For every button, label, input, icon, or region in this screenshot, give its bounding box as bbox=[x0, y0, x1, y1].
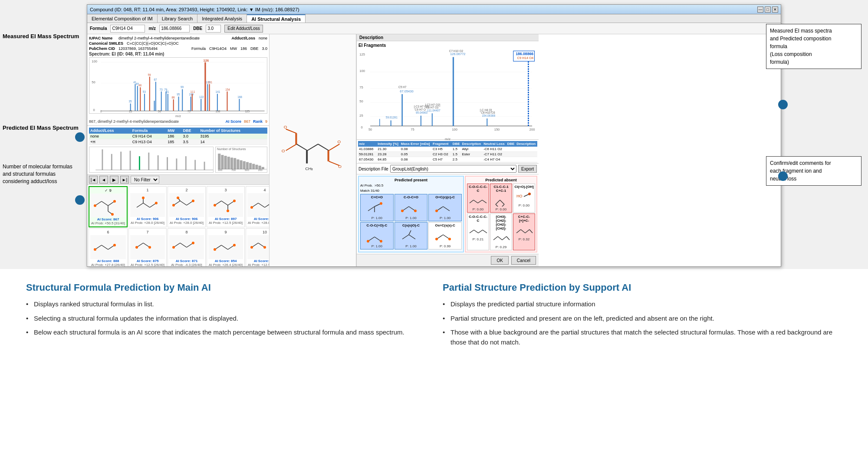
smiles-label: Canonical SMILES bbox=[89, 41, 123, 46]
partial-absent-item-0[interactable]: C-O-C-C-C-C P: 0.00 bbox=[467, 184, 489, 213]
list-item: Below each structural formula is an AI s… bbox=[26, 328, 425, 338]
svg-line-275 bbox=[470, 230, 474, 233]
svg-text:C6 H7 O: C6 H7 O bbox=[415, 108, 426, 111]
minimize-btn[interactable]: — bbox=[757, 7, 763, 13]
score-0: AI Score: 867 bbox=[91, 217, 125, 221]
nav-play-btn[interactable]: ▶ bbox=[110, 176, 118, 184]
score-1: AI Score: 906 bbox=[130, 217, 165, 221]
ok-btn[interactable]: OK bbox=[491, 256, 508, 265]
svg-point-249 bbox=[414, 210, 417, 212]
edit-adduct-btn[interactable]: Edit Adduct/Loss bbox=[224, 25, 263, 33]
partial-absent-formula-4: [CH3]-[CH2]- [CH2]-[CH2]- bbox=[491, 215, 511, 230]
svg-text:75: 75 bbox=[187, 110, 191, 113]
svg-text:141: 141 bbox=[216, 90, 220, 93]
filter-select[interactable]: No Filter bbox=[131, 176, 159, 184]
svg-text:150: 150 bbox=[494, 128, 500, 131]
ok-cancel-bar: OK Cancel bbox=[357, 254, 539, 266]
nav-prev-btn[interactable]: ◄ bbox=[99, 176, 108, 184]
dbe-input[interactable]: 3.0 bbox=[206, 25, 221, 33]
svg-line-282 bbox=[506, 236, 510, 240]
tab-ai-structural[interactable]: AI Structural Analysis bbox=[247, 14, 306, 23]
bottom-right-list: Displays the predicted partial structure… bbox=[443, 299, 842, 347]
close-btn[interactable]: ✕ bbox=[772, 7, 778, 13]
svg-line-258 bbox=[409, 235, 415, 239]
partial-prob-4: P: 1.00 bbox=[396, 244, 427, 248]
svg-text:75: 75 bbox=[411, 128, 414, 131]
window-controls[interactable]: — □ ✕ bbox=[757, 7, 778, 13]
svg-point-255 bbox=[367, 240, 369, 243]
nav-first-btn[interactable]: |◄ bbox=[89, 176, 98, 184]
ai-prob-label: AI Prob. bbox=[360, 184, 373, 187]
mw-col-header: MW bbox=[166, 128, 181, 134]
prob-4: AI Prob: +28.0 [26/40] bbox=[247, 221, 269, 225]
partial-absent-item-5[interactable]: C+C-C- [×]+C- P: 0.32 bbox=[513, 213, 535, 250]
svg-text:67.05430: 67.05430 bbox=[400, 89, 413, 93]
desc-file-select[interactable]: GroupList(English) bbox=[390, 165, 516, 173]
app-window: Compound (ID: 048, RT: 11.04 min, Area: … bbox=[87, 4, 781, 267]
svg-line-92 bbox=[102, 201, 108, 206]
structure-cell-9[interactable]: 9 AI Score: 854 AI Prob: +26.4 [26/40] bbox=[207, 228, 245, 266]
table-row[interactable]: 41.03886 21.30 0.08 C3 H5 1.5 Allyl -C6 … bbox=[358, 147, 537, 152]
list-item: Displays ranked structural formulas in l… bbox=[26, 299, 425, 309]
dbe-info-label: DBE bbox=[250, 46, 259, 51]
structure-img-4 bbox=[247, 193, 269, 217]
structure-img-10 bbox=[247, 235, 269, 259]
tab-elemental[interactable]: Elemental Composition of IM bbox=[87, 14, 158, 23]
partial-absent-items: C-O-C-C-C-C P: 0.00 bbox=[467, 184, 535, 250]
export-btn[interactable]: Export bbox=[518, 165, 537, 173]
partial-item-5[interactable]: Os=C(s(s)-C P: 0.99 bbox=[428, 222, 462, 249]
partial-formula-3: C-O-C(=O)-C bbox=[362, 223, 392, 227]
structure-cell-6[interactable]: 6 AI Score: 888 AI Prob: +27.8 [26/40] bbox=[89, 228, 128, 266]
partial-absent-item-1[interactable]: C1-C-C-1 C+C-1 P: 0.00 bbox=[490, 184, 512, 213]
partial-absent-formula-0: C-O-C-C-C-C bbox=[468, 185, 488, 193]
partial-absent-prob-1: P: 0.00 bbox=[491, 207, 511, 211]
structure-cell-4[interactable]: 4 AI Score: 895 AI bbox=[246, 186, 269, 227]
table-row[interactable]: 67.05430 64.85 0.08 C5 H7 2.5 -C4 H7 O4 bbox=[358, 157, 537, 162]
svg-line-276 bbox=[474, 230, 478, 233]
nav-last-btn[interactable]: ►| bbox=[120, 176, 129, 184]
svg-rect-73 bbox=[224, 156, 227, 169]
dbe-cell: 3.0 bbox=[181, 134, 199, 139]
ai-prob-value: >50.5 bbox=[375, 184, 383, 187]
svg-line-183 bbox=[286, 144, 297, 151]
maximize-btn[interactable]: □ bbox=[765, 7, 771, 13]
partial-svg-5 bbox=[434, 228, 456, 243]
predicted-ei-annotation: Predicted EI Mass Spectrum bbox=[0, 121, 82, 135]
formula-input[interactable]: C9H14 O4 bbox=[110, 25, 145, 33]
far-right-panel: Description EI Fragments 125 100 75 50 2… bbox=[356, 34, 539, 266]
svg-text:CH₂: CH₂ bbox=[305, 166, 313, 171]
table-row[interactable]: +H C9 H13 O4 185 3.5 14 bbox=[89, 139, 267, 145]
structure-cell-10[interactable]: 10 AI Score: 854 AI Prob: +12.5 [26/40] bbox=[246, 228, 269, 266]
structure-cell-0[interactable]: ✓ 9 bbox=[89, 186, 128, 227]
mz-input[interactable]: 186.08866 bbox=[159, 25, 190, 33]
adduct-cell: +H bbox=[89, 139, 131, 145]
tab-library[interactable]: Library Search bbox=[158, 14, 198, 23]
partial-absent-item-4[interactable]: [CH3]-[CH2]- [CH2]-[CH2]- P: 0.29 bbox=[490, 213, 512, 250]
partial-item-2[interactable]: O=C(c)(c)-C P: 1.00 bbox=[428, 194, 462, 221]
score-6: AI Score: 888 bbox=[90, 259, 126, 263]
partial-item-3[interactable]: C-O-C(=O)-C P: 1.00 bbox=[360, 222, 394, 249]
partial-item-0[interactable]: C=C×O P: 1.00 bbox=[360, 194, 394, 221]
partial-item-1[interactable]: C-O-C=O P: 1.00 bbox=[395, 194, 428, 221]
tab-integrated[interactable]: Integrated Analysis bbox=[197, 14, 247, 23]
partial-absent-svg-4 bbox=[491, 231, 511, 244]
svg-text:0: 0 bbox=[361, 125, 363, 129]
adduct-col-header: Adduct/Loss bbox=[89, 128, 131, 134]
svg-rect-74 bbox=[227, 157, 230, 169]
num-cell: 3195 bbox=[199, 134, 267, 139]
partial-item-4[interactable]: C(s(s)O)-C P: 1.00 bbox=[395, 222, 428, 249]
partial-absent-formula-1: C1-C-C-1 C+C-1 bbox=[491, 185, 511, 193]
structure-cell-8[interactable]: 8 AI Score: 871 AI Prob: -4.3 [26/40] bbox=[168, 228, 206, 266]
table-row[interactable]: 59.01281 23.28 0.05 C2 H3 O2 1.5 Ester -… bbox=[358, 152, 537, 157]
svg-point-151 bbox=[250, 246, 253, 249]
structure-cell-1[interactable]: 1 AI Score: 906 AI bbox=[128, 186, 167, 227]
partial-absent-item-2[interactable]: Cl(=O)-[OH] HO P: 0.00 bbox=[513, 184, 535, 213]
svg-line-267 bbox=[482, 200, 487, 203]
table-row[interactable]: none C9 H14 O4 186 3.0 3195 bbox=[89, 134, 267, 139]
structure-cell-7[interactable]: 7 AI Score: 875 AI Prob: +12.5 [26/40] bbox=[128, 228, 167, 266]
structure-cell-2[interactable]: 2 AI Score: 9 bbox=[168, 186, 206, 227]
partial-absent-item-3[interactable]: C-O-C-C-C-C P: 0.21 bbox=[467, 213, 489, 250]
svg-point-111 bbox=[177, 197, 179, 199]
structure-cell-3[interactable]: 3 AI Score: 8 bbox=[207, 186, 245, 227]
cancel-btn[interactable]: Cancel bbox=[511, 256, 536, 265]
